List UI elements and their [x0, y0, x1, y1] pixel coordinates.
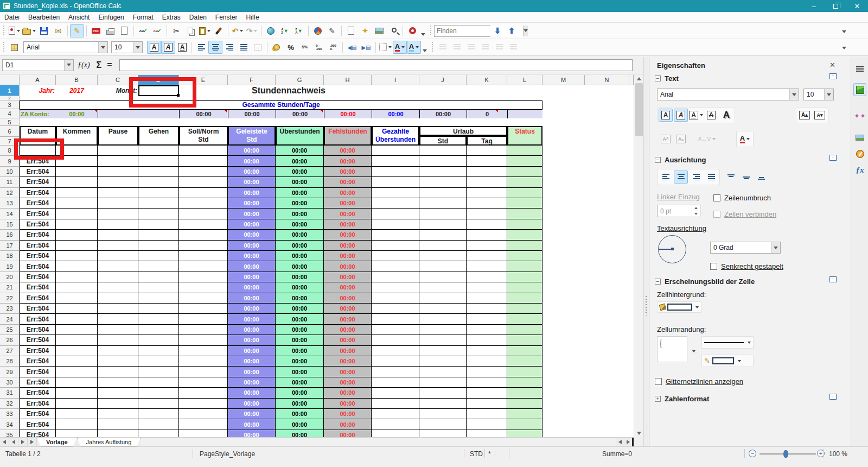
menu-format[interactable]: Format: [129, 12, 158, 22]
add-decimal-button[interactable]: 0→.000: [312, 41, 326, 54]
cell-g19[interactable]: 00:00: [276, 261, 324, 272]
cell-j26[interactable]: [419, 335, 467, 345]
cell-f29[interactable]: 00:00: [228, 367, 276, 377]
last-sheet-button[interactable]: [28, 438, 37, 446]
font-name-dropdown[interactable]: [98, 42, 107, 53]
cell-i16[interactable]: [372, 230, 419, 240]
scroll-left-button[interactable]: [616, 438, 624, 446]
cell-d15[interactable]: [138, 219, 179, 230]
increase-font-button[interactable]: A▴: [797, 109, 812, 122]
cell-e9[interactable]: [179, 156, 228, 166]
cell-k27[interactable]: [467, 346, 507, 356]
cell-f31[interactable]: 00:00: [228, 388, 276, 398]
borders-button[interactable]: [378, 41, 393, 54]
cell-l15[interactable]: [507, 219, 542, 230]
cell-d28[interactable]: [138, 356, 179, 367]
cell-j35[interactable]: [419, 430, 467, 437]
scroll-up-button[interactable]: [634, 75, 644, 83]
cell-h17[interactable]: 00:00: [324, 241, 372, 251]
cell-b22[interactable]: [56, 293, 98, 304]
cell-h20[interactable]: 00:00: [324, 272, 372, 282]
column-header-j[interactable]: J: [419, 75, 467, 85]
cell-h4[interactable]: 00:00: [324, 109, 372, 118]
cell-j30[interactable]: [419, 377, 467, 388]
cell-g32[interactable]: 00:00: [276, 399, 324, 409]
row-header-6[interactable]: 6: [0, 126, 20, 137]
email-button[interactable]: ✉: [51, 24, 65, 37]
sheet-tab-jahres-auflistung[interactable]: Jahres Auflistung: [77, 438, 141, 446]
cell-g28[interactable]: 00:00: [276, 356, 324, 367]
column-header-g[interactable]: G: [276, 75, 324, 85]
header-pause[interactable]: Pause: [98, 126, 138, 146]
column-header-h[interactable]: H: [324, 75, 372, 85]
sidebar-tab-functions[interactable]: ƒx: [853, 163, 866, 176]
merge-checkbox-icon[interactable]: [713, 211, 720, 218]
increase-indent-button[interactable]: ▶▤: [359, 41, 373, 54]
toolbar2-more-button[interactable]: [842, 47, 846, 49]
column-header-m[interactable]: M: [542, 75, 585, 85]
cell-h33[interactable]: 00:00: [324, 409, 372, 419]
zoom-level[interactable]: 100 %: [829, 450, 847, 458]
cell-a24[interactable]: Err:504: [20, 314, 56, 324]
cell-e29[interactable]: [179, 367, 228, 377]
cell-c12[interactable]: [98, 188, 138, 198]
cell-i35[interactable]: [372, 430, 419, 437]
cell-j22[interactable]: [419, 293, 467, 304]
formatting-toolbar-grip[interactable]: [2, 42, 5, 53]
cell-f32[interactable]: 00:00: [228, 399, 276, 409]
find-next-button[interactable]: ⬇: [490, 24, 505, 37]
cell-l33[interactable]: [507, 409, 542, 419]
cell-h34[interactable]: 00:00: [324, 419, 372, 430]
cell-e12[interactable]: [179, 188, 228, 198]
cell-j13[interactable]: [419, 198, 467, 209]
undo-button[interactable]: ↶: [231, 24, 245, 37]
degrees-combobox[interactable]: 0 Grad: [710, 242, 781, 254]
cell-k24[interactable]: [467, 314, 507, 324]
wrap-checkbox[interactable]: Zeilenumbruch: [713, 194, 771, 202]
cell-k4[interactable]: 0: [467, 109, 507, 118]
cell-i22[interactable]: [372, 293, 419, 304]
row-header-14[interactable]: 14: [0, 209, 20, 219]
copy-button[interactable]: [183, 24, 197, 37]
cell-g26[interactable]: 00:00: [276, 335, 324, 345]
cell-i31[interactable]: [372, 388, 419, 398]
row-header-22[interactable]: 22: [0, 293, 20, 304]
cell-e18[interactable]: [179, 251, 228, 261]
cell-i23[interactable]: [372, 304, 419, 314]
cell-k23[interactable]: [467, 304, 507, 314]
indent-spinner[interactable]: 0 pt: [657, 205, 700, 217]
cell-j16[interactable]: [419, 230, 467, 240]
cell-c17[interactable]: [98, 241, 138, 251]
border-preset-button[interactable]: [657, 336, 687, 362]
cell-d34[interactable]: [138, 419, 179, 430]
sidebar-tab-properties[interactable]: [853, 83, 866, 96]
row-header-28[interactable]: 28: [0, 356, 20, 367]
menu-extras[interactable]: Extras: [158, 12, 185, 22]
row-header-25[interactable]: 25: [0, 325, 20, 335]
cell-b4-za-konto-value[interactable]: 00:00: [56, 109, 98, 118]
cell-h11[interactable]: 00:00: [324, 177, 372, 187]
column-header-k[interactable]: K: [467, 75, 507, 85]
collapse-icon[interactable]: −: [655, 279, 661, 285]
cell-b11[interactable]: [56, 177, 98, 187]
row-header-12[interactable]: 12: [0, 188, 20, 198]
cell-h28[interactable]: 00:00: [324, 356, 372, 367]
cell-c10[interactable]: [98, 167, 138, 177]
cell-b32[interactable]: [56, 399, 98, 409]
cell-d31[interactable]: [138, 388, 179, 398]
currency-format-button[interactable]: [270, 41, 284, 54]
cell-k28[interactable]: [467, 356, 507, 367]
cell-d16[interactable]: [138, 230, 179, 240]
cell-a30[interactable]: Err:504: [20, 377, 56, 388]
cell-j8[interactable]: [419, 146, 467, 156]
minimize-button[interactable]: –: [803, 0, 825, 12]
cell-l17[interactable]: [507, 241, 542, 251]
cell-f16[interactable]: 00:00: [228, 230, 276, 240]
cell-g11[interactable]: 00:00: [276, 177, 324, 187]
zoom-button[interactable]: [386, 24, 400, 37]
cell-a28[interactable]: Err:504: [20, 356, 56, 367]
cell-i10[interactable]: [372, 167, 419, 177]
header-urlaub-tag[interactable]: Tag: [467, 136, 507, 146]
cell-b14[interactable]: [56, 209, 98, 219]
cell-g22[interactable]: 00:00: [276, 293, 324, 304]
